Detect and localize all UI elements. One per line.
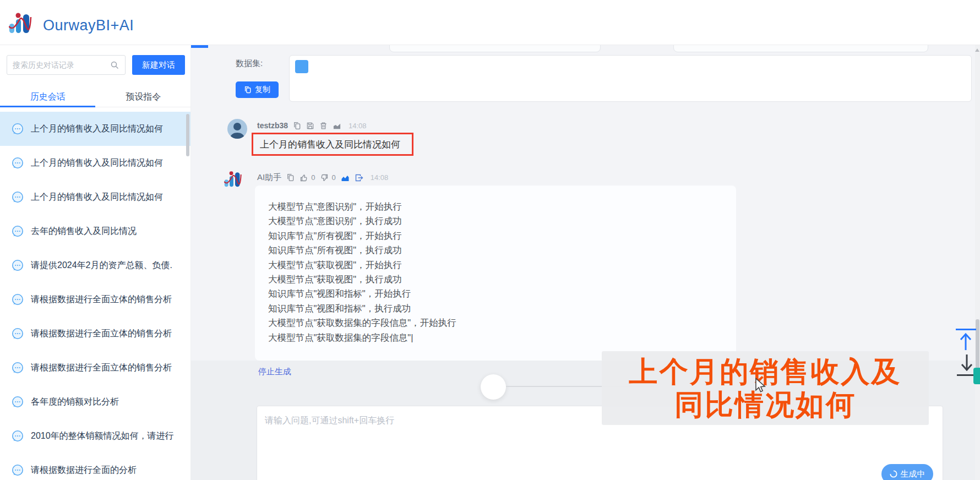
area-chart-icon[interactable] [341,173,350,182]
chat-bubble-icon [12,191,24,203]
log-line: 大模型节点"获取视图"，执行成功 [268,272,723,286]
chat-main: 数据集: 复制 testzb38 [191,45,980,480]
conversation-item-label: 各年度的销额对比分析 [31,396,184,408]
ai-message-header: AI助手 0 0 14:08 [257,172,388,183]
log-line: 大模型节点"获取视图"，开始执行 [268,258,723,272]
execution-log: 大模型节点"意图识别"，开始执行 大模型节点"意图识别"，执行成功 知识库节点"… [268,199,723,345]
chat-bubble-icon [12,293,24,306]
conversation-item-label: 请根据数据进行全面立体的销售分析 [31,328,184,340]
chat-bubble-icon [12,123,24,135]
log-line: 大模型节点"意图识别"，执行成功 [268,214,723,228]
conversation-item[interactable]: 请根据数据进行全面立体的销售分析 [0,351,191,385]
chat-bubble-icon [12,362,24,374]
conversation-item[interactable]: 请提供2024年2月的资产总额、负债. [0,248,191,282]
conversation-item-label: 上个月的销售收入及同比情况如何 [31,157,184,169]
log-line: 知识库节点"所有视图"，开始执行 [268,228,723,243]
logo-icon [9,12,37,39]
sidebar: 新建对话 历史会话 预设指令 上个月的销售收入及同比情况如何 [0,45,191,480]
conversation-item-label: 请提供2024年2月的资产总额、负债. [31,260,184,271]
app-root: OurwayBI+AI 新建对话 历史会话 预设指令 [0,0,980,480]
spinner-icon [890,470,897,478]
new-chat-button[interactable]: 新建对话 [132,55,185,75]
chat-bubble-icon [12,396,24,408]
ai-name: AI助手 [257,172,281,183]
chat-bubble-icon [12,464,24,476]
conversation-item[interactable]: 请根据数据进行全面立体的销售分析 [0,282,191,317]
conversation-item[interactable]: 去年的销售收入及同比情况 [0,214,191,248]
conversation-item-label: 2010年的整体销额情况如何，请进行 [31,430,184,442]
export-icon[interactable] [355,173,363,182]
conversation-item[interactable]: 上个月的销售收入及同比情况如何 [0,112,191,146]
likes-count: 0 [311,173,315,182]
ai-message-bubble: 大模型节点"意图识别"，开始执行 大模型节点"意图识别"，执行成功 知识库节点"… [255,186,736,361]
generating-button-label: 生成中 [901,469,925,479]
dataset-box [289,55,972,102]
search-input[interactable] [7,55,126,75]
user-avatar [227,119,247,139]
copy-button-label: 复制 [255,85,270,95]
conversation-item-label: 上个月的销售收入及同比情况如何 [31,123,184,135]
conversation-item[interactable]: 请根据数据进行全面立体的销售分析 [0,317,191,351]
dataset-tag[interactable] [295,60,308,73]
log-line: 大模型节点"获取数据集的字段信息"，开始执行 [268,315,723,330]
app-header: OurwayBI+AI [0,0,980,45]
message-time: 14:08 [349,122,367,130]
delete-icon[interactable] [319,122,328,130]
conversation-list: 上个月的销售收入及同比情况如何 上个月的销售收入及同比情况如何 [0,112,191,480]
conversation-item[interactable]: 请根据数据进行全面的分析 [0,453,191,480]
conversation-item[interactable]: 各年度的销额对比分析 [0,385,191,419]
logo-title: OurwayBI+AI [43,17,134,34]
sidebar-scrollbar-thumb[interactable] [186,114,189,156]
thumbs-down-icon[interactable] [320,173,329,182]
copy-icon [244,86,252,94]
user-message-header: testzb38 14:08 [257,121,367,130]
dislikes-count: 0 [331,173,335,182]
chat-bubble-icon [12,430,24,442]
sidebar-tabs: 历史会话 预设指令 [0,88,191,107]
conversation-item-label: 请根据数据进行全面立体的销售分析 [31,362,184,374]
scroll-to-top-icon[interactable] [959,331,973,353]
chat-bubble-icon [12,225,24,237]
message-time: 14:08 [371,173,389,182]
conversation-item-label: 请根据数据进行全面的分析 [31,465,184,476]
save-icon[interactable] [306,122,314,130]
main-scrollbar-thumb[interactable] [976,319,979,372]
stop-generating-link[interactable]: 停止生成 [258,367,291,377]
logo: OurwayBI+AI [9,12,134,39]
floating-side-widget[interactable] [973,368,980,384]
conversation-item[interactable]: 2010年的整体销额情况如何，请进行 [0,419,191,453]
conversation-item[interactable]: 上个月的销售收入及同比情况如何 [0,146,191,180]
thumbs-up-icon[interactable] [300,173,308,182]
annotation-red-box: 上个月的销售收入及同比情况如何 [252,133,413,156]
chart-icon[interactable] [333,122,341,130]
scrollbar-up-arrow[interactable] [975,48,979,52]
scroll-indicator-bar [191,45,208,48]
previous-message-box-left [389,45,601,52]
log-line: 知识库节点"所有视图"，执行成功 [268,243,723,257]
scroll-to-bottom-icon[interactable] [960,354,974,375]
conversation-item-label: 请根据数据进行全面立体的销售分析 [31,294,184,306]
chat-bubble-icon [12,259,24,271]
generating-button[interactable]: 生成中 [881,464,933,480]
copy-icon[interactable] [293,122,301,130]
copy-icon[interactable] [286,173,295,182]
username: testzb38 [257,121,288,130]
copy-button[interactable]: 复制 [236,81,279,98]
user-question-text: 上个月的销售收入及同比情况如何 [260,138,400,151]
active-tab-underline [0,106,95,107]
log-line: 知识库节点"视图和指标"，执行成功 [268,301,723,315]
search-icon [110,61,119,72]
main-scrollbar-track[interactable] [975,45,980,480]
conversation-item[interactable]: 上个月的销售收入及同比情况如何 [0,180,191,214]
tab-history[interactable]: 历史会话 [0,88,96,107]
scroll-fab-circle[interactable] [481,374,506,400]
conversation-item-label: 上个月的销售收入及同比情况如何 [31,192,184,203]
chat-bubble-icon [12,328,24,340]
jump-top-line [956,329,976,330]
log-line: 知识库节点"视图和指标"，开始执行 [268,286,723,301]
mouse-cursor [754,378,767,395]
log-line: 大模型节点"意图识别"，开始执行 [268,199,723,214]
ai-avatar [224,170,246,192]
previous-message-box-right [673,45,928,52]
tab-preset-commands[interactable]: 预设指令 [96,88,192,107]
